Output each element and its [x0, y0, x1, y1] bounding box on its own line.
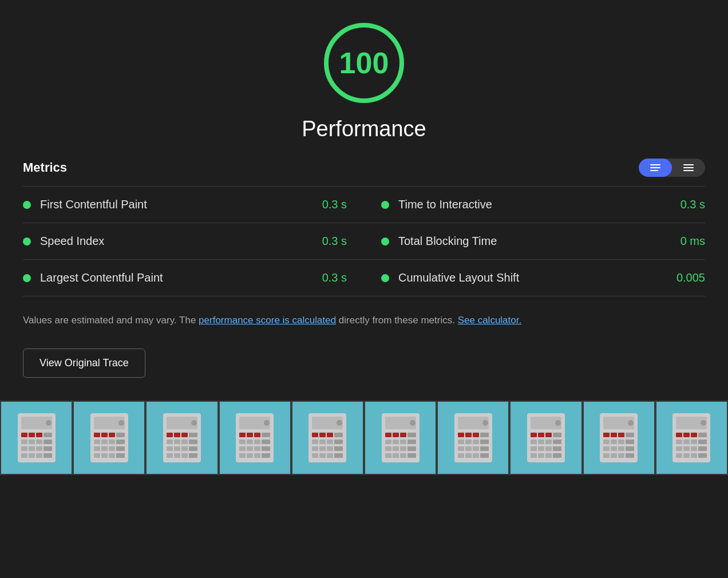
- svg-rect-8: [29, 440, 35, 444]
- svg-rect-7: [21, 440, 27, 444]
- svg-rect-162: [626, 440, 634, 444]
- fcp-value: 0.3 s: [322, 198, 347, 211]
- fcp-label: First Contentful Paint: [40, 198, 322, 211]
- svg-rect-110: [385, 453, 391, 458]
- svg-rect-42: [174, 433, 180, 437]
- svg-rect-53: [167, 453, 173, 458]
- calculator-icon: [526, 412, 566, 464]
- svg-rect-120: [480, 433, 489, 437]
- svg-point-78: [337, 420, 342, 426]
- svg-rect-185: [698, 446, 707, 451]
- thumbnail-item[interactable]: [0, 401, 73, 475]
- svg-rect-80: [319, 433, 326, 437]
- si-label: Speed Index: [40, 235, 322, 248]
- svg-rect-119: [473, 433, 479, 437]
- svg-rect-79: [312, 433, 318, 437]
- svg-rect-139: [553, 433, 561, 437]
- svg-rect-180: [691, 440, 697, 444]
- metrics-description: Values are estimated and may vary. The p…: [23, 312, 705, 328]
- svg-rect-94: [334, 453, 343, 458]
- fcp-status-dot: [23, 201, 31, 209]
- thumbnail-item[interactable]: [145, 401, 218, 475]
- svg-rect-9: [36, 440, 42, 444]
- score-number: 100: [339, 46, 389, 80]
- svg-rect-121: [458, 440, 464, 444]
- svg-rect-140: [531, 440, 537, 444]
- svg-rect-104: [400, 440, 406, 444]
- svg-rect-11: [21, 446, 27, 451]
- svg-rect-28: [109, 440, 115, 444]
- thumbnail-item[interactable]: [219, 401, 291, 475]
- svg-rect-136: [531, 433, 537, 437]
- svg-rect-24: [109, 433, 115, 437]
- svg-point-97: [410, 420, 416, 426]
- svg-point-21: [118, 420, 124, 426]
- description-middle: directly from these metrics.: [336, 315, 458, 326]
- svg-rect-138: [545, 433, 552, 437]
- svg-rect-64: [239, 440, 246, 444]
- svg-rect-183: [683, 446, 690, 451]
- svg-rect-23: [101, 433, 108, 437]
- treemap-icon: [683, 164, 694, 171]
- svg-rect-151: [553, 453, 561, 458]
- svg-rect-129: [458, 453, 464, 458]
- svg-rect-118: [465, 433, 472, 437]
- svg-rect-84: [319, 440, 326, 444]
- svg-rect-86: [334, 440, 343, 444]
- thumbnail-item[interactable]: [364, 401, 437, 475]
- calculator-icon: [89, 412, 129, 464]
- svg-rect-130: [465, 453, 472, 458]
- svg-rect-109: [407, 446, 416, 451]
- cls-value: 0.005: [676, 271, 705, 284]
- calculator-icon: [162, 412, 202, 464]
- svg-rect-89: [327, 446, 333, 451]
- svg-rect-147: [553, 446, 561, 451]
- svg-rect-167: [603, 453, 610, 458]
- thumbnail-item[interactable]: [509, 401, 582, 475]
- svg-rect-161: [618, 440, 624, 444]
- svg-point-173: [701, 420, 706, 426]
- tbt-value: 0 ms: [680, 235, 705, 248]
- svg-rect-36: [109, 453, 115, 458]
- svg-rect-165: [618, 446, 624, 451]
- svg-rect-176: [691, 433, 697, 437]
- svg-rect-85: [327, 440, 333, 444]
- svg-rect-102: [385, 440, 391, 444]
- svg-rect-67: [262, 440, 270, 444]
- svg-rect-188: [691, 453, 697, 458]
- svg-rect-18: [43, 453, 52, 458]
- view-original-trace-button[interactable]: View Original Trace: [23, 349, 145, 378]
- svg-rect-25: [116, 433, 125, 437]
- thumbnail-item[interactable]: [73, 401, 145, 475]
- thumbnail-item[interactable]: [437, 401, 509, 475]
- svg-rect-113: [407, 453, 416, 458]
- score-section: 100 Performance: [23, 23, 705, 141]
- performance-score-link[interactable]: performance score is calculated: [199, 315, 336, 326]
- svg-rect-62: [254, 433, 260, 437]
- metric-speed-index: Speed Index 0.3 s: [23, 223, 364, 260]
- svg-rect-81: [327, 433, 333, 437]
- svg-rect-41: [167, 433, 173, 437]
- svg-rect-66: [254, 440, 260, 444]
- list-view-toggle[interactable]: [639, 159, 672, 177]
- svg-rect-164: [611, 446, 617, 451]
- toggle-line-2: [650, 167, 660, 168]
- thumbnail-item[interactable]: [583, 401, 655, 475]
- main-container: 100 Performance Metrics: [0, 0, 728, 378]
- svg-rect-155: [603, 433, 610, 437]
- cls-label: Cumulative Layout Shift: [398, 271, 676, 284]
- svg-rect-137: [538, 433, 544, 437]
- calculator-link[interactable]: See calculator.: [458, 315, 522, 326]
- svg-rect-3: [21, 433, 27, 437]
- thumbnail-item[interactable]: [655, 401, 728, 475]
- metric-tbt: Total Blocking Time 0 ms: [364, 223, 705, 260]
- svg-rect-75: [262, 453, 270, 458]
- svg-rect-160: [611, 440, 617, 444]
- svg-rect-184: [691, 446, 697, 451]
- svg-rect-156: [611, 433, 617, 437]
- thumbnail-item[interactable]: [291, 401, 364, 475]
- svg-rect-150: [545, 453, 552, 458]
- svg-rect-105: [407, 440, 416, 444]
- svg-rect-142: [545, 440, 552, 444]
- treemap-view-toggle[interactable]: [672, 159, 705, 177]
